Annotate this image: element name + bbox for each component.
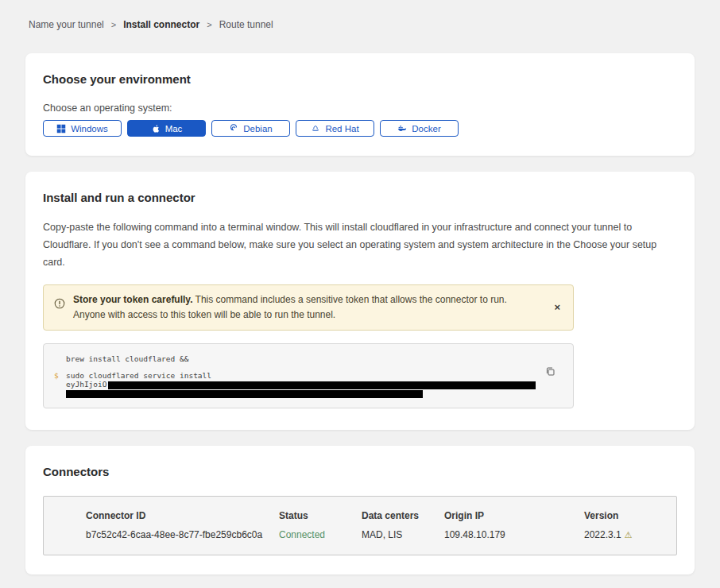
origin-ip-value: 109.48.10.179 bbox=[444, 529, 584, 540]
install-card-title: Install and run a connector bbox=[43, 191, 677, 204]
os-button-label: Red Hat bbox=[325, 124, 358, 133]
version-number: 2022.3.1 bbox=[584, 529, 621, 540]
install-command-codeblock: brew install cloudflared && $ sudo cloud… bbox=[43, 343, 574, 408]
breadcrumb-step-install-connector[interactable]: Install connector bbox=[123, 19, 199, 30]
os-button-docker[interactable]: Docker bbox=[380, 120, 459, 137]
connectors-table-header: Connector ID Status Data centers Origin … bbox=[86, 510, 668, 521]
alert-circle-icon bbox=[54, 298, 65, 309]
connectors-card: Connectors Connector ID Status Data cent… bbox=[25, 446, 695, 574]
header-data-centers: Data centers bbox=[362, 510, 444, 521]
breadcrumb-step-route-tunnel[interactable]: Route tunnel bbox=[219, 19, 273, 30]
breadcrumb-step-name-your-tunnel[interactable]: Name your tunnel bbox=[29, 19, 104, 30]
install-connector-card: Install and run a connector Copy-paste t… bbox=[25, 172, 695, 430]
version-warning-icon: ⚠ bbox=[625, 530, 633, 540]
breadcrumb: Name your tunnel > Install connector > R… bbox=[29, 19, 695, 30]
docker-icon bbox=[397, 124, 407, 133]
os-button-windows[interactable]: Windows bbox=[43, 120, 122, 137]
connectors-table: Connector ID Status Data centers Origin … bbox=[43, 496, 677, 555]
os-button-label: Mac bbox=[165, 124, 183, 133]
install-card-description: Copy-paste the following command into a … bbox=[43, 219, 677, 272]
breadcrumb-separator: > bbox=[207, 20, 211, 29]
debian-icon bbox=[229, 124, 238, 133]
shell-prompt: $ bbox=[54, 371, 66, 398]
redhat-icon bbox=[311, 124, 320, 133]
alert-close-button[interactable]: × bbox=[551, 300, 563, 314]
os-button-redhat[interactable]: Red Hat bbox=[296, 120, 374, 137]
environment-card-title: Choose your environment bbox=[43, 72, 677, 86]
code-command-body: sudo cloudflared service install eyJhIjo… bbox=[66, 371, 536, 398]
copy-command-button[interactable] bbox=[545, 366, 555, 379]
code-command: $ sudo cloudflared service install eyJhI… bbox=[54, 371, 562, 398]
connector-id-value: b7c52c42-6caa-48ee-8c77-fbe259cb6c0a bbox=[86, 529, 279, 540]
version-value: 2022.3.1⚠ bbox=[584, 529, 668, 540]
header-connector-id: Connector ID bbox=[86, 510, 279, 521]
windows-icon bbox=[56, 124, 66, 133]
os-button-debian[interactable]: Debian bbox=[211, 120, 290, 137]
breadcrumb-separator: > bbox=[111, 20, 116, 29]
copy-icon bbox=[545, 366, 555, 377]
os-select-label: Choose an operating system: bbox=[43, 103, 677, 114]
os-button-mac[interactable]: Mac bbox=[127, 120, 206, 137]
os-button-label: Debian bbox=[243, 124, 272, 133]
os-button-label: Windows bbox=[71, 124, 108, 133]
os-button-label: Docker bbox=[412, 124, 440, 133]
code-line-token: eyJhIjoiO bbox=[66, 380, 536, 389]
token-redaction-bar bbox=[66, 390, 423, 398]
apple-icon bbox=[151, 124, 161, 133]
data-centers-value: MAD, LIS bbox=[362, 529, 444, 540]
token-warning-alert: Store your token carefully. This command… bbox=[43, 284, 574, 331]
code-line-sudo: sudo cloudflared service install bbox=[66, 371, 536, 380]
os-button-group: Windows Mac Debian Red bbox=[43, 120, 677, 137]
connectors-card-title: Connectors bbox=[43, 465, 677, 478]
token-prefix: eyJhIjoiO bbox=[66, 380, 106, 389]
code-line-brew: brew install cloudflared && bbox=[66, 354, 562, 363]
connector-row: b7c52c42-6caa-48ee-8c77-fbe259cb6c0a Con… bbox=[86, 529, 668, 540]
header-status: Status bbox=[279, 510, 362, 521]
status-badge: Connected bbox=[279, 529, 362, 540]
header-origin-ip: Origin IP bbox=[444, 510, 584, 521]
alert-message-bold: Store your token carefully. bbox=[73, 294, 193, 305]
environment-card: Choose your environment Choose an operat… bbox=[25, 53, 695, 156]
token-redaction-bar bbox=[108, 381, 536, 389]
tunnel-setup-page: Name your tunnel > Install connector > R… bbox=[0, 0, 720, 588]
alert-message: Store your token carefully. This command… bbox=[73, 292, 518, 323]
header-version: Version bbox=[584, 510, 668, 521]
